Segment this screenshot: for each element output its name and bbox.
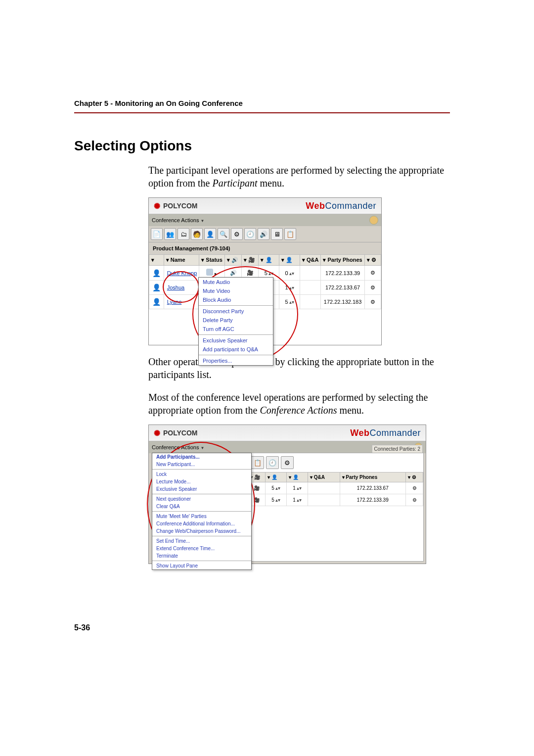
table-row[interactable]: 🔇 🎥 5▴▾ 1▴▾ 172.22.133.67 ⚙ (234, 482, 423, 494)
gear-icon[interactable]: ⚙ (370, 299, 375, 305)
menu-item-set-end[interactable]: Set End Time... (152, 537, 251, 545)
paragraph-1b: menu. (258, 178, 284, 189)
menu-separator (199, 305, 273, 306)
paragraph-2: Other operations are performed by clicki… (148, 355, 450, 381)
toolbar-button[interactable]: 🕘 (244, 228, 256, 240)
toolbar-button[interactable]: 👥 (164, 228, 176, 240)
col-header-a[interactable]: ▾ 👤 (259, 255, 279, 266)
participant-name-link[interactable]: Joshua (164, 281, 199, 295)
col-header-phones[interactable]: ▾ Party Phones (340, 472, 405, 482)
menu-separator (152, 511, 251, 512)
menu-item-mute-audio[interactable]: Mute Audio (199, 278, 273, 286)
gear-icon[interactable]: ⚙ (370, 270, 375, 276)
conference-actions-dropdown[interactable]: Conference Actions ▼ (152, 444, 204, 450)
menu-item-lock[interactable]: Lock (152, 471, 251, 478)
col-header-a[interactable]: ▾ 👤 (266, 472, 287, 482)
menu-item-lecture-mode[interactable]: Lecture Mode... (152, 478, 251, 485)
toolbar-button[interactable]: 🔍 (218, 228, 229, 240)
col-header-status[interactable]: ▾ Status (199, 255, 225, 266)
menu-item-terminate[interactable]: Terminate (152, 552, 251, 560)
conference-actions-label: Conference Actions (152, 444, 199, 450)
col-phones-label: Party Phones (346, 474, 377, 480)
toolbar-button[interactable]: 👤 (204, 228, 216, 240)
menu-item-show-layout[interactable]: Show Layout Pane (152, 562, 251, 569)
toolbar-button[interactable]: ⚙ (231, 228, 243, 240)
participant-name-link[interactable]: Duke Knopp (164, 266, 199, 281)
toolbar-button[interactable]: 🗂 (178, 228, 189, 240)
cell-b[interactable]: 5▴▾ (285, 299, 294, 305)
cell-a[interactable]: 5▴▾ (265, 270, 273, 276)
col-header-qa[interactable]: ▾ Q&A (300, 255, 321, 266)
toolbar-button[interactable]: 📄 (151, 228, 163, 240)
menu-item-new-participant[interactable]: New Participant... (152, 461, 251, 468)
col-header-audio[interactable]: ▾ 🔊 (224, 255, 241, 266)
menu-item-conf-info[interactable]: Conference Additional Information... (152, 520, 251, 527)
video-icon[interactable]: 🎥 (254, 485, 260, 491)
participant-name-link[interactable]: Lyane (164, 295, 199, 309)
gear-icon[interactable]: ⚙ (370, 284, 375, 290)
menu-item-mute-meetme[interactable]: Mute 'Meet Me' Parties (152, 513, 251, 520)
cell-b[interactable]: 1▴▾ (293, 485, 302, 491)
phone-cell: 172.22.133.67 (340, 482, 405, 494)
menu-item-next-questioner[interactable]: Next questioner (152, 495, 251, 503)
col-header-b[interactable]: ▾ 👤 (279, 255, 300, 266)
app-title-red: Web (306, 201, 325, 211)
menu-item-exclusive[interactable]: Exclusive Speaker (199, 336, 273, 345)
val: 5 (285, 299, 288, 305)
participant-context-menu[interactable]: Mute Audio Mute Video Block Audio Discon… (198, 277, 273, 366)
col-header-icon[interactable]: ▾ (149, 255, 164, 266)
cell-b[interactable]: 1▴▾ (285, 284, 294, 290)
audio-icon[interactable]: 🔊 (230, 270, 237, 276)
menu-item-properties[interactable]: Properties... (199, 356, 273, 365)
cell-b[interactable]: 1▴▾ (293, 497, 302, 503)
toolbar-button[interactable]: 📋 (284, 228, 296, 240)
col-header-settings[interactable]: ▾ ⚙ (406, 472, 423, 482)
cell-a[interactable]: 5▴▾ (271, 497, 280, 503)
menu-item-change-password[interactable]: Change Web/Chairperson Password... (152, 527, 251, 535)
app-title-red: Web (350, 428, 369, 438)
brand-text: POLYCOM (163, 202, 198, 210)
video-icon[interactable]: 🎥 (254, 497, 260, 503)
video-icon[interactable]: 🎥 (247, 270, 254, 276)
menu-item-mute-video[interactable]: Mute Video (199, 286, 273, 295)
col-qa-label: Q&A (314, 474, 325, 480)
menu-separator (152, 561, 251, 561)
conference-actions-menu[interactable]: Add Participants... New Participant... L… (152, 453, 252, 570)
menu-item-exclusive-speaker[interactable]: Exclusive Speaker (152, 485, 251, 493)
menu-item-extend[interactable]: Extend Conference Time... (152, 545, 251, 552)
toolbar-button[interactable]: 🕘 (266, 456, 279, 469)
menu-item-clear-qa[interactable]: Clear Q&A (152, 503, 251, 510)
col-header-qa[interactable]: ▾ Q&A (308, 472, 340, 482)
cell-a[interactable]: 5▴▾ (271, 485, 280, 491)
header-rule (74, 112, 450, 113)
col-header-settings[interactable]: ▾ ⚙ (364, 255, 381, 266)
toolbar-button[interactable]: 🧑 (191, 228, 203, 240)
gear-icon[interactable]: ⚙ (412, 497, 417, 503)
menu-item-add-participants[interactable]: Add Participants... (152, 453, 251, 461)
menu-item-block-audio[interactable]: Block Audio (199, 295, 273, 304)
table-row[interactable]: 🔇 🎥 5▴▾ 1▴▾ 172.22.133.39 ⚙ (234, 494, 423, 506)
col-name-label: Name (171, 257, 185, 263)
col-header-b[interactable]: ▾ 👤 (287, 472, 308, 482)
val: 5 (265, 270, 267, 276)
app-title-blue: Commander (325, 201, 376, 211)
conference-name: Product Management (79-104) (149, 242, 381, 254)
paragraph-3b: menu. (337, 405, 364, 416)
gear-icon[interactable]: ⚙ (412, 485, 417, 491)
user-icon: 👤 (152, 269, 161, 277)
col-header-name[interactable]: ▾ Name (164, 255, 199, 266)
menu-item-agc[interactable]: Turn off AGC (199, 325, 273, 333)
cell-b[interactable]: 0▴▾ (285, 270, 294, 276)
menu-item-disconnect[interactable]: Disconnect Party (199, 307, 273, 316)
menu-item-delete[interactable]: Delete Party (199, 316, 273, 325)
menu-item-add-qa[interactable]: Add participant to Q&A (199, 345, 273, 354)
user-icon: 👤 (152, 298, 161, 306)
toolbar-button[interactable]: 📋 (251, 456, 264, 469)
toolbar-button[interactable]: 🖥 (271, 228, 283, 240)
col-header-video[interactable]: ▾ 🎥 (242, 255, 259, 266)
conference-actions-dropdown[interactable]: Conference Actions ▼ (152, 217, 204, 223)
brand-icon: ✺ (154, 201, 160, 211)
toolbar-button[interactable]: ⚙ (281, 456, 294, 469)
toolbar-button[interactable]: 🔊 (258, 228, 269, 240)
col-header-phones[interactable]: ▾ Party Phones (321, 255, 364, 266)
